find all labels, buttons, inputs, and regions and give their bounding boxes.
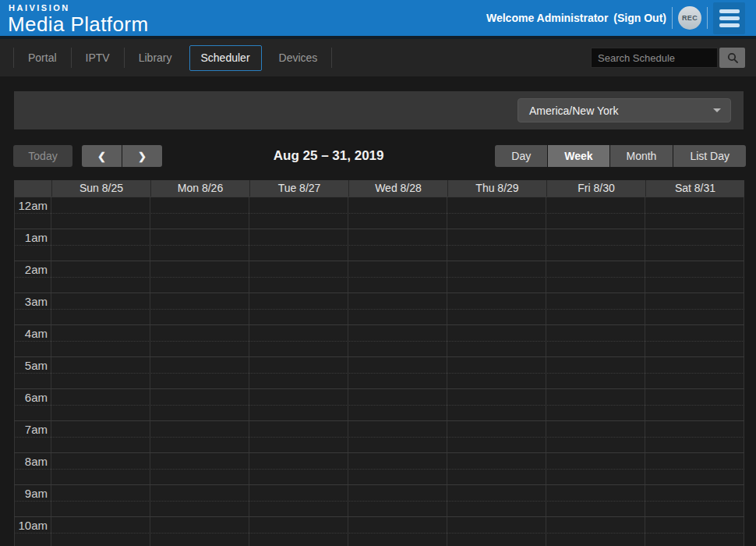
calendar-slot[interactable]	[546, 421, 645, 452]
calendar-slot[interactable]	[447, 453, 546, 484]
calendar-slot[interactable]	[150, 453, 249, 484]
nav-tab-iptv[interactable]: IPTV	[72, 44, 124, 71]
calendar-slot[interactable]	[249, 229, 348, 261]
calendar-slot[interactable]	[447, 357, 546, 388]
calendar-slot[interactable]	[645, 389, 744, 420]
calendar-slot[interactable]	[645, 485, 744, 516]
calendar-slot[interactable]	[348, 357, 447, 388]
nav-tab-devices[interactable]: Devices	[265, 44, 332, 71]
calendar-slot[interactable]	[546, 485, 645, 516]
calendar-slot[interactable]	[348, 197, 447, 229]
calendar-slot[interactable]	[249, 485, 348, 516]
prev-week-button[interactable]: ❮	[82, 145, 122, 167]
calendar-slot[interactable]	[348, 421, 447, 452]
tab-divider	[331, 48, 332, 68]
calendar-slot[interactable]	[150, 485, 249, 516]
sign-out-link[interactable]: (Sign Out)	[613, 12, 666, 24]
calendar-slot[interactable]	[249, 389, 348, 420]
calendar-slot[interactable]	[150, 389, 249, 420]
calendar-slot[interactable]	[645, 517, 744, 546]
calendar-slot[interactable]	[447, 421, 546, 452]
calendar-slot[interactable]	[447, 325, 546, 356]
calendar-slot[interactable]	[51, 293, 150, 324]
calendar-slot[interactable]	[150, 517, 249, 546]
calendar-slot[interactable]	[447, 197, 546, 229]
view-week-button[interactable]: Week	[548, 145, 609, 167]
calendar-slot[interactable]	[249, 517, 348, 546]
calendar-slot[interactable]	[51, 517, 150, 546]
calendar-slot[interactable]	[645, 325, 744, 356]
view-list-day-button[interactable]: List Day	[673, 145, 746, 167]
calendar-slot[interactable]	[51, 453, 150, 484]
calendar-slot[interactable]	[546, 261, 645, 292]
time-label: 6am	[15, 389, 51, 405]
calendar-slot[interactable]	[348, 229, 447, 261]
search-button[interactable]	[719, 48, 745, 68]
calendar-slot[interactable]	[249, 357, 348, 388]
next-week-button[interactable]: ❯	[122, 145, 162, 167]
time-gutter: 4am	[14, 325, 51, 356]
calendar-slot[interactable]	[51, 485, 150, 516]
nav-tabs: Portal IPTV Library Scheduler Devices	[13, 44, 332, 71]
calendar-slot[interactable]	[546, 197, 645, 229]
calendar-slot[interactable]	[447, 229, 546, 261]
calendar-slot[interactable]	[546, 229, 645, 261]
calendar-slot[interactable]	[348, 389, 447, 420]
calendar-slot[interactable]	[645, 261, 744, 292]
calendar-slot[interactable]	[249, 293, 348, 324]
calendar-slot[interactable]	[645, 421, 744, 452]
today-button[interactable]: Today	[13, 145, 72, 167]
nav-tab-scheduler[interactable]: Scheduler	[189, 45, 262, 71]
calendar-slot[interactable]	[150, 229, 249, 261]
calendar-slot[interactable]	[645, 357, 744, 388]
calendar-slot[interactable]	[150, 357, 249, 388]
calendar-slot[interactable]	[51, 357, 150, 388]
calendar-slot[interactable]	[447, 485, 546, 516]
view-day-button[interactable]: Day	[495, 145, 547, 167]
calendar-slot[interactable]	[348, 485, 447, 516]
calendar-slot[interactable]	[249, 325, 348, 356]
calendar-slot[interactable]	[348, 293, 447, 324]
calendar-slot[interactable]	[249, 261, 348, 292]
search-input[interactable]	[591, 48, 718, 68]
calendar-slot[interactable]	[546, 325, 645, 356]
calendar-slot[interactable]	[546, 453, 645, 484]
calendar-slot[interactable]	[546, 357, 645, 388]
calendar-slot[interactable]	[645, 293, 744, 324]
calendar-slot[interactable]	[150, 293, 249, 324]
calendar-slot[interactable]	[51, 421, 150, 452]
calendar-slot[interactable]	[546, 517, 645, 546]
timezone-select[interactable]: America/New York	[518, 98, 731, 122]
nav-tab-library[interactable]: Library	[125, 44, 186, 71]
calendar-slot[interactable]	[51, 389, 150, 420]
calendar-slot[interactable]	[249, 453, 348, 484]
calendar-slot[interactable]	[447, 517, 546, 546]
calendar-slot[interactable]	[645, 229, 744, 261]
calendar-slot[interactable]	[150, 261, 249, 292]
calendar-slot[interactable]	[546, 293, 645, 324]
calendar-slot[interactable]	[51, 229, 150, 261]
time-gutter: 6am	[14, 389, 51, 420]
calendar-slot[interactable]	[447, 261, 546, 292]
calendar-slot[interactable]	[348, 261, 447, 292]
calendar-slot[interactable]	[645, 453, 744, 484]
calendar-slot[interactable]	[645, 197, 744, 229]
calendar-slot[interactable]	[51, 325, 150, 356]
hamburger-menu-icon[interactable]	[713, 2, 745, 34]
calendar-slot[interactable]	[348, 325, 447, 356]
calendar-slot[interactable]	[150, 421, 249, 452]
calendar-slot[interactable]	[51, 261, 150, 292]
rec-badge[interactable]: REC	[678, 6, 701, 30]
calendar-slot[interactable]	[447, 389, 546, 420]
calendar-slot[interactable]	[249, 421, 348, 452]
calendar-slot[interactable]	[348, 453, 447, 484]
view-month-button[interactable]: Month	[610, 145, 673, 167]
calendar-slot[interactable]	[150, 197, 249, 229]
calendar-slot[interactable]	[150, 325, 249, 356]
calendar-slot[interactable]	[348, 517, 447, 546]
calendar-slot[interactable]	[447, 293, 546, 324]
calendar-slot[interactable]	[249, 197, 348, 229]
calendar-slot[interactable]	[51, 197, 150, 229]
calendar-slot[interactable]	[546, 389, 645, 420]
nav-tab-portal[interactable]: Portal	[14, 44, 71, 71]
